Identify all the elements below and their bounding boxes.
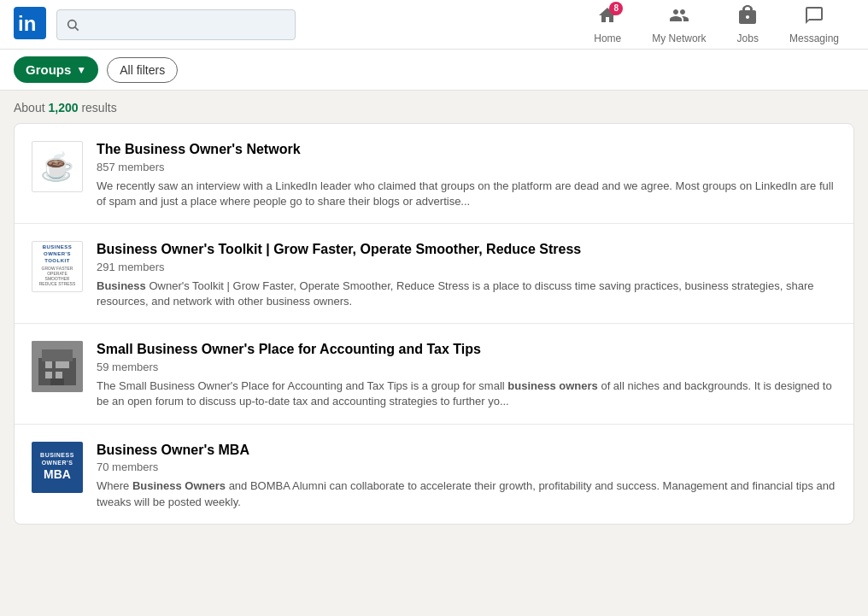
groups-label: Groups xyxy=(26,62,71,77)
result-item-mba[interactable]: BUSINESSOWNER'S MBA Business Owner's MBA… xyxy=(15,425,853,524)
nav-jobs[interactable]: Jobs xyxy=(722,0,774,50)
result-members-toolkit: 291 members xyxy=(97,261,836,273)
result-info-smallbiz: Small Business Owner's Place for Account… xyxy=(97,341,836,409)
search-input[interactable]: business owners xyxy=(86,18,286,32)
result-info-mba: Business Owner's MBA 70 members Where Bu… xyxy=(97,442,836,510)
results-count: About 1,200 results xyxy=(14,101,854,114)
nav-messaging-label: Messaging xyxy=(789,32,839,44)
mba-thumb-mba: MBA xyxy=(44,468,71,480)
svg-point-2 xyxy=(68,20,76,27)
result-item-smallbiz[interactable]: Small Business Owner's Place for Account… xyxy=(15,324,853,424)
result-item-toolkit[interactable]: BUSINESSOWNER'STOOLKIT GROW FASTEROPERAT… xyxy=(15,224,853,324)
result-title-toolkit: Business Owner's Toolkit | Grow Faster, … xyxy=(97,241,836,259)
network-icon xyxy=(669,5,689,31)
results-count-prefix: About xyxy=(14,101,48,114)
toolkit-thumb-subtext: GROW FASTEROPERATE SMOOTHERREDUCE STRESS xyxy=(36,266,79,286)
mba-thumb-top: BUSINESSOWNER'S xyxy=(40,452,74,466)
result-thumb-toolkit: BUSINESSOWNER'STOOLKIT GROW FASTEROPERAT… xyxy=(32,241,83,292)
home-icon: 8 xyxy=(597,5,618,31)
svg-text:in: in xyxy=(18,12,36,35)
desc-highlight-toolkit: Business xyxy=(97,279,146,292)
linkedin-logo[interactable]: in xyxy=(14,7,56,43)
result-thumb-smallbiz xyxy=(32,341,83,392)
desc-text-toolkit: Owner's Toolkit | Grow Faster, Operate S… xyxy=(97,279,813,308)
nav-jobs-label: Jobs xyxy=(737,32,759,44)
groups-button[interactable]: Groups ▼ xyxy=(14,56,98,83)
nav-network[interactable]: My Network xyxy=(636,0,721,50)
result-title-bon: The Business Owner's Network xyxy=(97,141,836,159)
nav-home-label: Home xyxy=(594,32,621,44)
result-desc-smallbiz: The Small Business Owner's Place for Acc… xyxy=(97,378,836,409)
jobs-icon xyxy=(737,5,758,31)
svg-rect-8 xyxy=(56,361,62,368)
result-desc-bon: We recently saw an interview with a Link… xyxy=(97,179,836,209)
coffee-icon: ☕ xyxy=(40,150,74,183)
home-badge: 8 xyxy=(609,2,623,15)
svg-rect-9 xyxy=(62,361,69,368)
search-icon xyxy=(66,18,79,32)
result-members-mba: 70 members xyxy=(97,461,836,473)
svg-rect-12 xyxy=(50,378,64,385)
header-nav: 8 Home My Network Jobs xyxy=(578,0,854,50)
svg-line-3 xyxy=(75,27,79,31)
result-desc-toolkit: Business Owner's Toolkit | Grow Faster, … xyxy=(97,279,836,309)
desc-text-mba-1: Where xyxy=(97,479,132,492)
all-filters-label: All filters xyxy=(120,63,165,77)
nav-network-label: My Network xyxy=(652,32,706,44)
nav-messaging[interactable]: Messaging xyxy=(774,0,854,50)
messaging-icon xyxy=(804,5,824,31)
result-desc-mba: Where Business Owners and BOMBA Alumni c… xyxy=(97,478,836,509)
result-info-bon: The Business Owner's Network 857 members… xyxy=(97,141,836,209)
result-info-toolkit: Business Owner's Toolkit | Grow Faster, … xyxy=(97,241,836,309)
result-item-bon[interactable]: ☕ The Business Owner's Network 857 membe… xyxy=(15,124,853,224)
result-title-mba: Business Owner's MBA xyxy=(97,442,836,460)
results-count-number: 1,200 xyxy=(48,101,78,114)
search-bar[interactable]: business owners xyxy=(56,9,296,40)
results-area: About 1,200 results ☕ The Business Owner… xyxy=(0,91,868,535)
nav-home[interactable]: 8 Home xyxy=(578,0,636,50)
desc-text-smallbiz-1: The Small Business Owner's Place for Acc… xyxy=(97,379,507,392)
result-members-bon: 857 members xyxy=(97,161,836,173)
result-members-smallbiz: 59 members xyxy=(97,361,836,373)
toolkit-thumb-text: BUSINESSOWNER'STOOLKIT xyxy=(43,244,73,264)
svg-rect-7 xyxy=(45,361,52,368)
svg-rect-10 xyxy=(45,372,52,378)
chevron-down-icon: ▼ xyxy=(76,64,86,76)
desc-highlight-smallbiz: business owners xyxy=(507,379,597,392)
desc-highlight-mba: Business Owners xyxy=(132,479,226,492)
svg-rect-6 xyxy=(42,349,73,361)
result-thumb-bon: ☕ xyxy=(32,141,83,192)
svg-rect-11 xyxy=(56,372,62,378)
building-svg xyxy=(32,341,83,392)
header: in business owners 8 Home xyxy=(0,0,868,50)
all-filters-button[interactable]: All filters xyxy=(107,57,178,83)
filter-bar: Groups ▼ All filters xyxy=(0,50,868,91)
result-thumb-mba: BUSINESSOWNER'S MBA xyxy=(32,442,83,493)
results-count-suffix: results xyxy=(79,101,117,114)
results-card: ☕ The Business Owner's Network 857 membe… xyxy=(14,123,854,525)
result-title-smallbiz: Small Business Owner's Place for Account… xyxy=(97,341,836,359)
